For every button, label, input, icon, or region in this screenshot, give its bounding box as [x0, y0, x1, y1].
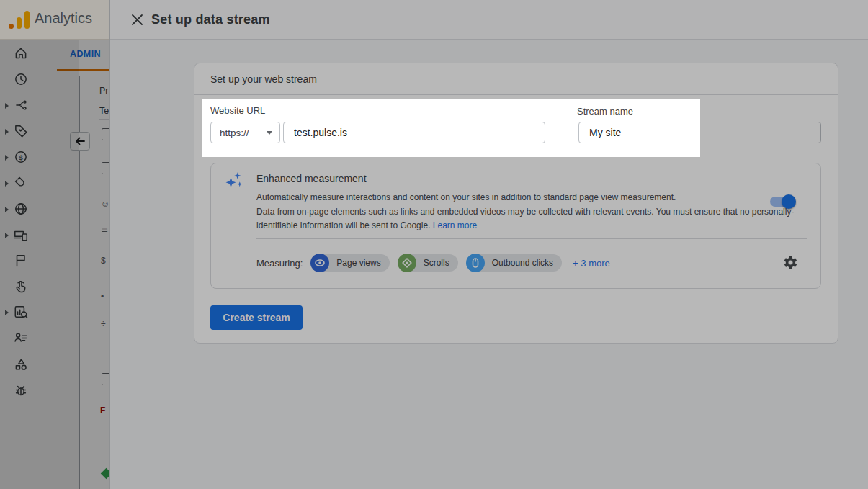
- create-stream-button[interactable]: Create stream: [210, 305, 303, 330]
- more-measurements-link[interactable]: + 3 more: [573, 258, 610, 269]
- product-name: Analytics: [35, 10, 92, 27]
- stream-name-input[interactable]: [578, 122, 821, 143]
- web-stream-card: Set up your web stream Website URL https…: [194, 63, 838, 344]
- card-header-title: Set up your web stream: [194, 63, 838, 95]
- protocol-value: https://: [220, 127, 249, 138]
- eye-icon: [310, 254, 329, 272]
- setup-data-stream-panel: Set up data stream Set up your web strea…: [109, 0, 868, 489]
- learn-more-link[interactable]: Learn more: [433, 220, 477, 230]
- website-url-label: Website URL: [210, 105, 265, 116]
- chevron-down-icon: [267, 131, 272, 135]
- sparkles-icon: [223, 171, 243, 191]
- page-title: Set up data stream: [151, 0, 270, 40]
- gear-icon[interactable]: [783, 255, 798, 270]
- chip-scrolls: Scrolls: [399, 254, 458, 272]
- chip-page-views: Page views: [312, 254, 389, 272]
- stream-name-label: Stream name: [577, 106, 633, 117]
- google-analytics-logo-icon: [9, 9, 32, 30]
- measuring-label: Measuring:: [256, 258, 303, 269]
- enhanced-measurement-section: Enhanced measurement Automatically measu…: [210, 163, 821, 289]
- chip-outbound-clicks: Outbound clicks: [467, 254, 562, 272]
- measuring-row: Measuring: Page views Scrolls Outbound c…: [256, 249, 610, 277]
- enhanced-measurement-toggle[interactable]: [770, 197, 795, 207]
- enhanced-measurement-title: Enhanced measurement: [256, 173, 367, 184]
- panel-header: Set up data stream: [110, 0, 868, 40]
- mouse-icon: [466, 254, 485, 272]
- divider: [256, 238, 807, 239]
- modal-backdrop: [0, 40, 79, 489]
- website-url-input[interactable]: [283, 122, 545, 143]
- toggle-knob: [782, 194, 796, 209]
- enhanced-measurement-description: Automatically measure interactions and c…: [256, 191, 794, 233]
- scroll-icon: [398, 254, 416, 272]
- close-icon[interactable]: [131, 14, 143, 26]
- protocol-select[interactable]: https://: [210, 122, 280, 143]
